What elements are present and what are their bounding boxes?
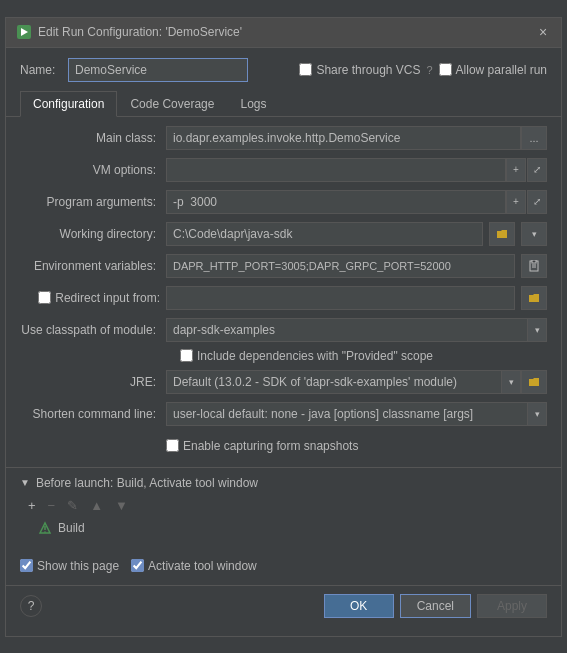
program-args-btns: + ⤢ xyxy=(506,190,547,214)
help-button[interactable]: ? xyxy=(20,595,42,617)
activate-window-label[interactable]: Activate tool window xyxy=(131,559,257,573)
build-icon xyxy=(38,521,52,535)
before-launch-list: Build xyxy=(20,519,547,537)
jre-label: JRE: xyxy=(20,375,160,389)
before-launch-edit-btn[interactable]: ✎ xyxy=(63,496,82,515)
before-launch-remove-btn[interactable]: − xyxy=(44,496,60,515)
before-launch-toolbar: + − ✎ ▲ ▼ xyxy=(20,496,547,515)
vm-options-label: VM options: xyxy=(20,163,160,177)
include-row: Include dependencies with "Provided" sco… xyxy=(20,349,547,363)
cancel-button[interactable]: Cancel xyxy=(400,594,471,618)
activate-window-checkbox[interactable] xyxy=(131,559,144,572)
name-input[interactable] xyxy=(68,58,248,82)
classpath-label: Use classpath of module: xyxy=(20,323,160,337)
svg-rect-3 xyxy=(532,260,536,263)
shorten-row: Shorten command line: user-local default… xyxy=(20,401,547,427)
tab-configuration[interactable]: Configuration xyxy=(20,91,117,117)
show-page-label[interactable]: Show this page xyxy=(20,559,119,573)
dialog-buttons: ? OK Cancel Apply xyxy=(6,585,561,626)
tabs: Configuration Code Coverage Logs xyxy=(6,90,561,117)
working-dir-label: Working directory: xyxy=(20,227,160,241)
shorten-select-wrapper: user-local default: none - java [options… xyxy=(166,402,547,426)
jre-select[interactable]: Default (13.0.2 - SDK of 'dapr-sdk-examp… xyxy=(166,370,521,394)
env-vars-input[interactable] xyxy=(166,254,515,278)
vm-options-btns: + ⤢ xyxy=(506,158,547,182)
jre-select-wrapper: Default (13.0.2 - SDK of 'dapr-sdk-examp… xyxy=(166,370,521,394)
program-args-expand-btn[interactable]: ⤢ xyxy=(527,190,547,214)
folder-icon-redirect xyxy=(528,292,540,304)
vm-options-input[interactable] xyxy=(166,158,506,182)
name-row: Name: Share through VCS ? Allow parallel… xyxy=(20,58,547,82)
classpath-select[interactable]: dapr-sdk-examples xyxy=(166,318,547,342)
parallel-run-label[interactable]: Allow parallel run xyxy=(439,63,547,77)
tab-code-coverage[interactable]: Code Coverage xyxy=(117,91,227,117)
redirect-checkbox-label[interactable]: Redirect input from: xyxy=(20,291,160,305)
footer-options: Show this page Activate tool window xyxy=(6,553,561,577)
program-args-label: Program arguments: xyxy=(20,195,160,209)
include-deps-checkbox[interactable] xyxy=(180,349,193,362)
vm-options-expand-btn[interactable]: ⤢ xyxy=(527,158,547,182)
share-vcs-checkbox[interactable] xyxy=(299,63,312,76)
main-class-row: Main class: ... xyxy=(20,125,547,151)
dialog-container: Edit Run Configuration: 'DemoService' × … xyxy=(5,17,562,637)
folder-icon xyxy=(496,228,508,240)
title-bar-left: Edit Run Configuration: 'DemoService' xyxy=(16,24,242,40)
form-section: Main class: ... VM options: + ⤢ xyxy=(20,125,547,459)
before-launch-up-btn[interactable]: ▲ xyxy=(86,496,107,515)
jre-browse-btn[interactable] xyxy=(521,370,547,394)
apply-button[interactable]: Apply xyxy=(477,594,547,618)
working-dir-input[interactable] xyxy=(166,222,483,246)
capture-label[interactable]: Enable capturing form snapshots xyxy=(166,439,358,453)
share-section: Share through VCS ? Allow parallel run xyxy=(299,63,547,77)
capture-row: Enable capturing form snapshots xyxy=(20,433,547,459)
close-button[interactable]: × xyxy=(535,24,551,40)
help-btn-area: ? xyxy=(20,594,42,618)
clipboard-icon xyxy=(528,260,540,272)
show-page-checkbox[interactable] xyxy=(20,559,33,572)
build-item-label: Build xyxy=(58,521,85,535)
dialog-title: Edit Run Configuration: 'DemoService' xyxy=(38,25,242,39)
before-launch-collapse-btn[interactable]: ▼ xyxy=(20,477,30,488)
vm-options-row: VM options: + ⤢ xyxy=(20,157,547,183)
dialog-content: Name: Share through VCS ? Allow parallel… xyxy=(6,48,561,636)
share-help-icon: ? xyxy=(426,64,432,76)
before-launch-section: ▼ Before launch: Build, Activate tool wi… xyxy=(6,467,561,545)
title-bar: Edit Run Configuration: 'DemoService' × xyxy=(6,18,561,48)
redirect-checkbox[interactable] xyxy=(38,291,51,304)
build-list-item: Build xyxy=(34,519,547,537)
jre-row: JRE: Default (13.0.2 - SDK of 'dapr-sdk-… xyxy=(20,369,547,395)
svg-point-7 xyxy=(44,531,46,533)
include-deps-label[interactable]: Include dependencies with "Provided" sco… xyxy=(180,349,433,363)
shorten-label: Shorten command line: xyxy=(20,407,160,421)
env-vars-browse-btn[interactable] xyxy=(521,254,547,278)
before-launch-add-btn[interactable]: + xyxy=(24,496,40,515)
main-class-browse-btn[interactable]: ... xyxy=(521,126,547,150)
program-args-plus-btn[interactable]: + xyxy=(506,190,526,214)
ok-button[interactable]: OK xyxy=(324,594,394,618)
before-launch-down-btn[interactable]: ▼ xyxy=(111,496,132,515)
shorten-select[interactable]: user-local default: none - java [options… xyxy=(166,402,547,426)
vm-options-input-group: + ⤢ xyxy=(166,158,547,182)
classpath-row: Use classpath of module: dapr-sdk-exampl… xyxy=(20,317,547,343)
program-args-row: Program arguments: + ⤢ xyxy=(20,189,547,215)
program-args-input[interactable] xyxy=(166,190,506,214)
before-launch-header: ▼ Before launch: Build, Activate tool wi… xyxy=(20,476,547,490)
working-dir-browse-btn[interactable] xyxy=(489,222,515,246)
classpath-select-wrapper: dapr-sdk-examples ▾ xyxy=(166,318,547,342)
run-config-icon xyxy=(16,24,32,40)
folder-icon-jre xyxy=(528,376,540,388)
main-class-input-group: ... xyxy=(166,126,547,150)
redirect-browse-btn[interactable] xyxy=(521,286,547,310)
capture-checkbox[interactable] xyxy=(166,439,179,452)
working-dir-row: Working directory: ▾ xyxy=(20,221,547,247)
working-dir-arrow-btn[interactable]: ▾ xyxy=(521,222,547,246)
parallel-run-checkbox[interactable] xyxy=(439,63,452,76)
share-vcs-label[interactable]: Share through VCS xyxy=(299,63,420,77)
main-class-input[interactable] xyxy=(166,126,521,150)
jre-input-group: Default (13.0.2 - SDK of 'dapr-sdk-examp… xyxy=(166,370,547,394)
tab-logs[interactable]: Logs xyxy=(227,91,279,117)
main-class-label: Main class: xyxy=(20,131,160,145)
env-vars-label: Environment variables: xyxy=(20,259,160,273)
redirect-input[interactable] xyxy=(166,286,515,310)
vm-options-plus-btn[interactable]: + xyxy=(506,158,526,182)
